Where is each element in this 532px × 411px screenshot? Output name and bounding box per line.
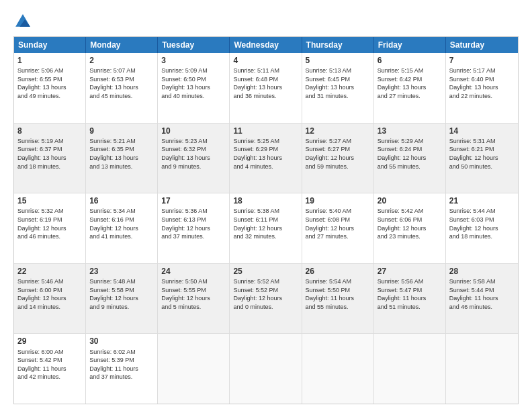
- day-number: 19: [306, 195, 370, 206]
- cell-info: Sunrise: 5:36 AM Sunset: 6:13 PM Dayligh…: [161, 207, 226, 240]
- calendar-cell: 18Sunrise: 5:38 AM Sunset: 6:11 PM Dayli…: [230, 193, 302, 263]
- calendar-cell: 30Sunrise: 6:02 AM Sunset: 5:39 PM Dayli…: [86, 334, 158, 404]
- calendar-cell: 24Sunrise: 5:50 AM Sunset: 5:55 PM Dayli…: [158, 264, 230, 334]
- calendar-cell: [302, 334, 374, 404]
- cell-info: Sunrise: 5:40 AM Sunset: 6:08 PM Dayligh…: [306, 207, 370, 240]
- cell-info: Sunrise: 5:56 AM Sunset: 5:47 PM Dayligh…: [378, 277, 442, 311]
- day-number: 23: [89, 266, 154, 277]
- calendar-header: SundayMondayTuesdayWednesdayThursdayFrid…: [14, 37, 518, 53]
- cell-info: Sunrise: 5:44 AM Sunset: 6:03 PM Dayligh…: [449, 207, 515, 240]
- calendar: SundayMondayTuesdayWednesdayThursdayFrid…: [13, 36, 519, 404]
- day-number: 24: [161, 266, 226, 277]
- day-number: 10: [161, 126, 226, 136]
- calendar-row-4: 29Sunrise: 6:00 AM Sunset: 5:42 PM Dayli…: [14, 334, 518, 404]
- day-number: 8: [17, 126, 82, 136]
- calendar-cell: 6Sunrise: 5:15 AM Sunset: 6:42 PM Daylig…: [374, 53, 446, 123]
- calendar-cell: [230, 334, 302, 404]
- cell-info: Sunrise: 5:38 AM Sunset: 6:11 PM Dayligh…: [233, 207, 298, 240]
- calendar-cell: 10Sunrise: 5:23 AM Sunset: 6:32 PM Dayli…: [158, 124, 230, 193]
- day-number: 9: [89, 126, 154, 136]
- cell-info: Sunrise: 5:11 AM Sunset: 6:48 PM Dayligh…: [233, 66, 298, 100]
- cell-info: Sunrise: 5:50 AM Sunset: 5:55 PM Dayligh…: [161, 277, 226, 311]
- cell-info: Sunrise: 5:34 AM Sunset: 6:16 PM Dayligh…: [89, 207, 154, 240]
- calendar-cell: 3Sunrise: 5:09 AM Sunset: 6:50 PM Daylig…: [158, 53, 230, 123]
- cell-info: Sunrise: 5:25 AM Sunset: 6:29 PM Dayligh…: [233, 137, 298, 171]
- cell-info: Sunrise: 5:58 AM Sunset: 5:44 PM Dayligh…: [449, 277, 515, 311]
- calendar-cell: 22Sunrise: 5:46 AM Sunset: 6:00 PM Dayli…: [14, 264, 86, 334]
- cell-info: Sunrise: 5:42 AM Sunset: 6:06 PM Dayligh…: [378, 207, 442, 240]
- cell-info: Sunrise: 5:48 AM Sunset: 5:58 PM Dayligh…: [89, 277, 154, 311]
- calendar-cell: 26Sunrise: 5:54 AM Sunset: 5:50 PM Dayli…: [302, 264, 374, 334]
- day-number: 4: [233, 55, 298, 66]
- day-number: 17: [161, 195, 226, 206]
- calendar-cell: 21Sunrise: 5:44 AM Sunset: 6:03 PM Dayli…: [446, 193, 518, 263]
- calendar-cell: 14Sunrise: 5:31 AM Sunset: 6:21 PM Dayli…: [446, 124, 518, 193]
- cell-info: Sunrise: 5:19 AM Sunset: 6:37 PM Dayligh…: [17, 137, 82, 171]
- cell-info: Sunrise: 5:17 AM Sunset: 6:40 PM Dayligh…: [449, 66, 515, 100]
- cell-info: Sunrise: 5:29 AM Sunset: 6:24 PM Dayligh…: [378, 137, 442, 171]
- day-number: 28: [449, 266, 515, 277]
- calendar-cell: 2Sunrise: 5:07 AM Sunset: 6:53 PM Daylig…: [86, 53, 158, 123]
- cell-info: Sunrise: 5:21 AM Sunset: 6:35 PM Dayligh…: [89, 137, 154, 171]
- day-number: 16: [89, 195, 154, 206]
- day-number: 14: [449, 126, 515, 136]
- calendar-cell: 9Sunrise: 5:21 AM Sunset: 6:35 PM Daylig…: [86, 124, 158, 193]
- day-number: 15: [17, 195, 82, 206]
- day-number: 11: [233, 126, 298, 136]
- header-day-tuesday: Tuesday: [158, 37, 230, 53]
- cell-info: Sunrise: 5:27 AM Sunset: 6:27 PM Dayligh…: [306, 137, 370, 171]
- cell-info: Sunrise: 5:31 AM Sunset: 6:21 PM Dayligh…: [449, 137, 515, 171]
- day-number: 2: [89, 55, 154, 66]
- calendar-cell: [374, 334, 446, 404]
- day-number: 30: [89, 336, 154, 347]
- cell-info: Sunrise: 5:32 AM Sunset: 6:19 PM Dayligh…: [17, 207, 82, 240]
- cell-info: Sunrise: 5:46 AM Sunset: 6:00 PM Dayligh…: [17, 277, 82, 311]
- header-day-saturday: Saturday: [446, 37, 518, 53]
- header-day-wednesday: Wednesday: [230, 37, 302, 53]
- day-number: 18: [233, 195, 298, 206]
- calendar-row-1: 8Sunrise: 5:19 AM Sunset: 6:37 PM Daylig…: [14, 124, 518, 194]
- calendar-cell: 11Sunrise: 5:25 AM Sunset: 6:29 PM Dayli…: [230, 124, 302, 193]
- cell-info: Sunrise: 6:00 AM Sunset: 5:42 PM Dayligh…: [17, 348, 82, 381]
- day-number: 22: [17, 266, 82, 277]
- cell-info: Sunrise: 5:52 AM Sunset: 5:52 PM Dayligh…: [233, 277, 298, 311]
- calendar-cell: [158, 334, 230, 404]
- calendar-cell: 4Sunrise: 5:11 AM Sunset: 6:48 PM Daylig…: [230, 53, 302, 123]
- header-day-friday: Friday: [374, 37, 446, 53]
- day-number: 21: [449, 195, 515, 206]
- cell-info: Sunrise: 5:07 AM Sunset: 6:53 PM Dayligh…: [89, 66, 154, 100]
- calendar-cell: [446, 334, 518, 404]
- logo-icon: [13, 12, 32, 31]
- day-number: 12: [306, 126, 370, 136]
- cell-info: Sunrise: 5:13 AM Sunset: 6:45 PM Dayligh…: [306, 66, 370, 100]
- calendar-cell: 27Sunrise: 5:56 AM Sunset: 5:47 PM Dayli…: [374, 264, 446, 334]
- calendar-cell: 28Sunrise: 5:58 AM Sunset: 5:44 PM Dayli…: [446, 264, 518, 334]
- calendar-cell: 17Sunrise: 5:36 AM Sunset: 6:13 PM Dayli…: [158, 193, 230, 263]
- logo: [13, 12, 35, 31]
- header-day-thursday: Thursday: [302, 37, 374, 53]
- day-number: 13: [378, 126, 442, 136]
- header-day-sunday: Sunday: [14, 37, 86, 53]
- day-number: 27: [378, 266, 442, 277]
- calendar-cell: 8Sunrise: 5:19 AM Sunset: 6:37 PM Daylig…: [14, 124, 86, 193]
- calendar-cell: 7Sunrise: 5:17 AM Sunset: 6:40 PM Daylig…: [446, 53, 518, 123]
- calendar-cell: 25Sunrise: 5:52 AM Sunset: 5:52 PM Dayli…: [230, 264, 302, 334]
- day-number: 25: [233, 266, 298, 277]
- day-number: 20: [378, 195, 442, 206]
- cell-info: Sunrise: 5:09 AM Sunset: 6:50 PM Dayligh…: [161, 66, 226, 100]
- cell-info: Sunrise: 5:54 AM Sunset: 5:50 PM Dayligh…: [306, 277, 370, 311]
- header-day-monday: Monday: [86, 37, 158, 53]
- calendar-cell: 13Sunrise: 5:29 AM Sunset: 6:24 PM Dayli…: [374, 124, 446, 193]
- calendar-cell: 19Sunrise: 5:40 AM Sunset: 6:08 PM Dayli…: [302, 193, 374, 263]
- cell-info: Sunrise: 5:06 AM Sunset: 6:55 PM Dayligh…: [17, 66, 82, 100]
- day-number: 5: [306, 55, 370, 66]
- day-number: 26: [306, 266, 370, 277]
- cell-info: Sunrise: 5:15 AM Sunset: 6:42 PM Dayligh…: [378, 66, 442, 100]
- calendar-row-0: 1Sunrise: 5:06 AM Sunset: 6:55 PM Daylig…: [14, 53, 518, 124]
- page: SundayMondayTuesdayWednesdayThursdayFrid…: [0, 0, 532, 411]
- cell-info: Sunrise: 5:23 AM Sunset: 6:32 PM Dayligh…: [161, 137, 226, 171]
- calendar-body: 1Sunrise: 5:06 AM Sunset: 6:55 PM Daylig…: [14, 53, 518, 404]
- day-number: 1: [17, 55, 82, 66]
- calendar-cell: 5Sunrise: 5:13 AM Sunset: 6:45 PM Daylig…: [302, 53, 374, 123]
- day-number: 7: [449, 55, 515, 66]
